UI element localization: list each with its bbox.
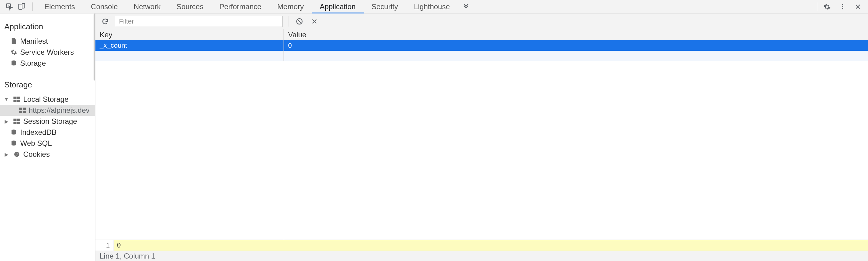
sidebar-item-label: Local Storage	[23, 95, 68, 104]
storage-filter-input[interactable]	[115, 16, 283, 27]
svg-rect-14	[23, 111, 26, 113]
storage-table-body[interactable]: _x_count 0	[95, 40, 868, 240]
tabs-overflow-icon[interactable]	[458, 3, 474, 10]
tabbar-divider	[32, 2, 33, 11]
tab-security[interactable]: Security	[364, 0, 406, 13]
sidebar-item-web-sql[interactable]: Web SQL	[0, 138, 95, 149]
svg-rect-16	[17, 119, 20, 121]
main-area: Application Manifest Service Workers Sto…	[0, 13, 868, 261]
sidebar-item-local-storage-origin[interactable]: https://alpinejs.dev	[0, 105, 95, 116]
svg-rect-18	[17, 122, 20, 124]
svg-point-21	[14, 152, 20, 157]
document-icon	[10, 38, 17, 45]
sidebar-item-label: Session Storage	[23, 117, 77, 126]
tab-sources[interactable]: Sources	[168, 0, 211, 13]
application-sidebar: Application Manifest Service Workers Sto…	[0, 13, 95, 261]
chevron-right-icon[interactable]: ▶	[4, 119, 9, 124]
section-application-title: Application	[0, 19, 95, 36]
table-row-empty[interactable]	[95, 51, 868, 61]
close-devtools-icon[interactable]	[850, 3, 866, 10]
sidebar-item-local-storage[interactable]: ▼ Local Storage	[0, 94, 95, 105]
chevron-down-icon[interactable]: ▼	[4, 97, 9, 102]
cell-key[interactable]	[95, 51, 284, 61]
storage-content: Key Value _x_count 0 1 0 Line 1, Column …	[95, 13, 868, 261]
delete-selected-icon[interactable]	[309, 18, 320, 25]
settings-icon[interactable]	[819, 3, 835, 10]
svg-point-3	[842, 4, 843, 5]
value-editor: 1 0	[95, 240, 868, 251]
editor-line[interactable]: 1 0	[95, 240, 868, 251]
sidebar-item-manifest[interactable]: Manifest	[0, 36, 95, 47]
editor-gutter: 1	[95, 240, 114, 251]
storage-grid-icon	[19, 107, 26, 113]
column-resize-handle[interactable]	[284, 40, 284, 239]
svg-point-4	[842, 6, 843, 7]
svg-rect-11	[19, 107, 22, 110]
sidebar-item-label: Manifest	[20, 37, 48, 45]
inspect-icon[interactable]	[5, 3, 13, 11]
svg-point-25	[16, 155, 17, 156]
sidebar-item-cookies[interactable]: ▶ Cookies	[0, 149, 95, 160]
storage-grid-icon	[13, 119, 20, 124]
sidebar-item-label: IndexedDB	[20, 128, 57, 137]
svg-rect-17	[13, 122, 17, 124]
cell-key[interactable]: _x_count	[95, 40, 284, 51]
chevron-right-icon[interactable]: ▶	[4, 152, 9, 157]
device-toggle-icon[interactable]	[18, 3, 26, 11]
svg-rect-7	[13, 97, 17, 99]
tabbar-right-divider	[817, 2, 817, 11]
svg-rect-10	[17, 100, 20, 102]
gear-icon	[10, 49, 17, 56]
storage-table-header: Key Value	[95, 29, 868, 40]
devtools-tabbar: Elements Console Network Sources Perform…	[0, 0, 868, 13]
storage-toolbar	[95, 13, 868, 29]
column-header-key[interactable]: Key	[95, 29, 284, 40]
sidebar-divider	[0, 73, 95, 73]
sidebar-item-service-workers[interactable]: Service Workers	[0, 47, 95, 58]
database-icon	[10, 60, 17, 67]
svg-rect-8	[17, 97, 20, 99]
svg-rect-2	[22, 3, 25, 8]
tabbar-left-icons	[2, 3, 29, 11]
section-storage-title: Storage	[0, 77, 95, 94]
column-header-value[interactable]: Value	[284, 29, 868, 40]
tab-network[interactable]: Network	[126, 0, 168, 13]
storage-grid-icon	[13, 97, 20, 102]
sidebar-item-label: Cookies	[23, 150, 50, 159]
svg-rect-1	[19, 4, 22, 9]
svg-rect-13	[19, 111, 22, 113]
svg-point-23	[17, 153, 18, 154]
cookie-icon	[13, 151, 20, 158]
tab-performance[interactable]: Performance	[211, 0, 269, 13]
kebab-menu-icon[interactable]	[835, 3, 850, 10]
clear-all-icon[interactable]	[294, 18, 305, 25]
sidebar-item-storage[interactable]: Storage	[0, 58, 95, 69]
refresh-icon[interactable]	[100, 18, 111, 25]
cell-value[interactable]	[284, 51, 868, 61]
svg-rect-9	[13, 100, 17, 102]
tab-console[interactable]: Console	[83, 0, 126, 13]
editor-content[interactable]: 0	[114, 240, 868, 251]
tab-lighthouse[interactable]: Lighthouse	[406, 0, 458, 13]
sidebar-item-label: Web SQL	[20, 139, 52, 148]
tab-elements[interactable]: Elements	[36, 0, 83, 13]
cell-value[interactable]: 0	[284, 40, 868, 51]
sidebar-item-label: Storage	[20, 59, 46, 68]
svg-point-24	[18, 155, 18, 155]
svg-point-5	[842, 8, 843, 9]
sidebar-item-indexeddb[interactable]: IndexedDB	[0, 127, 95, 138]
database-icon	[10, 140, 17, 147]
table-row[interactable]: _x_count 0	[95, 40, 868, 51]
database-icon	[10, 129, 17, 136]
svg-rect-15	[13, 119, 17, 121]
tab-application[interactable]: Application	[312, 0, 363, 13]
tab-memory[interactable]: Memory	[270, 0, 312, 13]
svg-point-22	[16, 154, 17, 154]
sidebar-item-session-storage[interactable]: ▶ Session Storage	[0, 116, 95, 127]
sidebar-item-label: https://alpinejs.dev	[29, 106, 90, 115]
svg-rect-12	[23, 107, 26, 110]
toolbar-divider	[288, 16, 288, 27]
editor-statusbar: Line 1, Column 1	[95, 251, 868, 261]
sidebar-item-label: Service Workers	[20, 48, 74, 57]
